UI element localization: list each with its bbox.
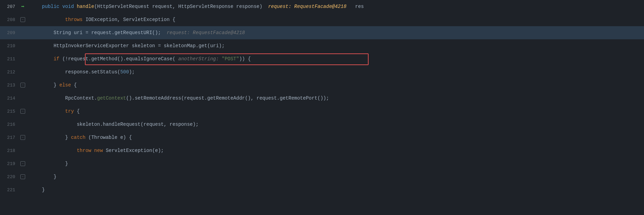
code-text: throws IOException, ServletException { [28,13,644,26]
code-line: 219– } [0,157,644,170]
gutter-icon: – [18,174,28,179]
fold-icon[interactable]: – [20,161,25,166]
fold-icon[interactable]: – [20,109,25,114]
code-text: String uri = request.getRequestURI(); re… [28,26,644,39]
code-text: throw new ServletException(e); [28,144,644,157]
gutter-icon: – [18,83,28,88]
fold-icon[interactable]: – [20,83,25,88]
line-number: 213 [0,83,18,88]
code-line: 211 if (!request.getMethod().equalsIgnor… [0,52,644,65]
code-text: skeleton.handleRequest(request, response… [28,118,644,131]
code-line: 216 skeleton.handleRequest(request, resp… [0,118,644,131]
code-text: } catch (Throwable e) { [28,131,644,144]
code-line: 217– } catch (Throwable e) { [0,131,644,144]
line-number: 210 [0,43,18,49]
code-line: 207➡ public void handle(HttpServletReque… [0,0,644,13]
line-number: 216 [0,122,18,127]
fold-icon[interactable]: – [20,174,25,179]
line-number: 218 [0,148,18,153]
code-text: public void handle(HttpServletRequest re… [28,0,644,13]
code-text: } [28,183,644,196]
code-text: RpcContext.getContext().setRemoteAddress… [28,92,644,105]
code-line: 210 HttpInvokerServiceExporter skeleton … [0,39,644,52]
line-number: 214 [0,96,18,101]
line-number: 207 [0,4,18,9]
code-line: 208– throws IOException, ServletExceptio… [0,13,644,26]
code-text: } [28,170,644,183]
fold-icon[interactable]: – [20,135,25,140]
line-number: 217 [0,135,18,140]
gutter-icon: ➡ [18,3,28,10]
gutter-icon: – [18,161,28,166]
line-number: 221 [0,187,18,193]
line-number: 212 [0,70,18,75]
code-line: 218 throw new ServletException(e); [0,144,644,157]
code-line: 212 response.setStatus(500); [0,65,644,79]
code-line: 221 } [0,183,644,196]
code-line: 213– } else { [0,79,644,92]
current-line-arrow-icon: ➡ [21,3,25,10]
line-number: 211 [0,57,18,62]
code-text: } else { [28,79,644,92]
code-text: HttpInvokerServiceExporter skeleton = sk… [28,39,644,52]
line-number: 215 [0,109,18,114]
code-text: if (!request.getMethod().equalsIgnoreCas… [28,52,644,65]
code-line: 215– try { [0,105,644,118]
code-line: 220– } [0,170,644,183]
line-number: 208 [0,17,18,22]
gutter-icon: – [18,17,28,22]
code-editor: 207➡ public void handle(HttpServletReque… [0,0,644,215]
line-number: 220 [0,174,18,180]
gutter-icon: – [18,135,28,140]
code-text: try { [28,105,644,118]
code-text: response.setStatus(500); [28,65,644,79]
line-number: 219 [0,161,18,166]
fold-icon[interactable]: – [20,17,25,22]
code-line: 209 String uri = request.getRequestURI()… [0,26,644,39]
code-text: } [28,157,644,170]
gutter-icon: – [18,109,28,114]
line-number: 209 [0,30,18,35]
code-line: 214 RpcContext.getContext().setRemoteAdd… [0,92,644,105]
